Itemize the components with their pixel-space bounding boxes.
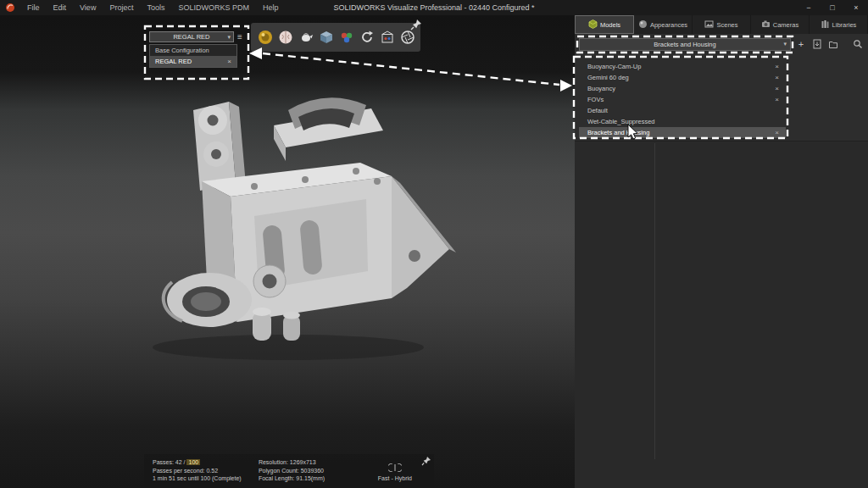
render-info-column: Resolution: 1269x713 Polygon Count: 5039… xyxy=(259,459,364,485)
tab-scenes[interactable]: Scenes xyxy=(693,15,751,34)
maximize-button[interactable]: □ xyxy=(821,0,844,15)
camera-icon xyxy=(761,19,771,30)
appearance-ball-icon[interactable] xyxy=(257,29,274,47)
minimize-button[interactable]: − xyxy=(797,0,821,15)
model-set-dropdown[interactable]: Brackets and Housing ▾ xyxy=(579,38,791,51)
menubar: File Edit View Project Tools SOLIDWORKS … xyxy=(20,0,285,15)
package-icon[interactable] xyxy=(379,29,396,47)
refresh-icon[interactable] xyxy=(359,29,376,47)
resolution-value: Resolution: 1269x713 xyxy=(259,459,364,465)
chevron-down-icon: ▾ xyxy=(227,34,231,41)
render-mode-label: Fast - Hybrid xyxy=(378,475,412,481)
list-item[interactable]: Gemini 60 deg × xyxy=(579,72,786,83)
folder-icon[interactable] xyxy=(827,38,839,50)
polygon-count: Polygon Count: 5039360 xyxy=(259,468,364,474)
list-item[interactable]: FOVs × xyxy=(579,94,786,105)
pin-icon[interactable] xyxy=(410,19,422,34)
menu-help[interactable]: Help xyxy=(256,0,286,15)
list-item[interactable]: Buoyancy-Cam-Up × xyxy=(579,61,786,72)
models-cube-icon xyxy=(588,19,598,30)
tab-libraries[interactable]: Libraries xyxy=(810,15,868,34)
color-palette-icon[interactable] xyxy=(338,29,355,47)
list-item[interactable]: Buoyancy × xyxy=(579,83,786,94)
close-icon[interactable]: × xyxy=(775,96,779,103)
search-icon[interactable] xyxy=(852,38,864,50)
render-progress-column: Passes: 42 / 100 Passes per second: 0.52… xyxy=(153,459,259,485)
configuration-dropdown[interactable]: REGAL RED ▾ xyxy=(149,31,234,42)
model-set-list: Buoyancy-Cam-Up × Gemini 60 deg × Buoyan… xyxy=(579,61,786,138)
tab-label: Cameras xyxy=(773,21,798,29)
scene-icon xyxy=(704,19,714,30)
menu-project[interactable]: Project xyxy=(103,0,140,15)
option-label: REGAL RED xyxy=(155,58,192,65)
chevron-down-icon: ▾ xyxy=(783,41,787,47)
pin-icon[interactable] xyxy=(421,456,431,467)
passes-value: Passes: 42 / 100 xyxy=(153,459,259,465)
tree-column-divider[interactable] xyxy=(654,143,655,459)
window-title: SOLIDWORKS Visualize Professional - 0244… xyxy=(334,3,535,12)
list-item-label: Wet-Cable_Suppressed xyxy=(587,118,655,125)
render-mode-icon xyxy=(388,463,402,473)
menu-view[interactable]: View xyxy=(73,0,103,15)
focal-length: Focal Length: 91.15(mm) xyxy=(259,475,364,481)
panel-tab-bar: Models Appearances Scenes Cameras xyxy=(575,15,868,34)
tab-models[interactable]: Models xyxy=(575,15,634,34)
bracket-model xyxy=(0,15,575,488)
add-model-set-icon[interactable]: + xyxy=(795,38,807,50)
tab-label: Scenes xyxy=(716,21,737,29)
passes-per-second: Passes per second: 0.52 xyxy=(153,468,259,474)
configuration-option-regal-red[interactable]: REGAL RED × xyxy=(150,56,236,67)
configuration-option-base[interactable]: Base Configuration xyxy=(150,45,236,56)
list-item-label: Brackets and Housing xyxy=(587,129,649,136)
menu-icon[interactable]: ≡ xyxy=(237,33,242,42)
viewport-3d[interactable]: REGAL RED ▾ ≡ Base Configuration REGAL R… xyxy=(0,15,575,488)
tab-appearances[interactable]: Appearances xyxy=(634,15,693,34)
option-label: Base Configuration xyxy=(155,47,209,54)
list-item-label: Buoyancy xyxy=(587,85,615,92)
model-set-value: Brackets and Housing xyxy=(654,41,715,48)
books-icon xyxy=(821,19,830,30)
list-item-label: Buoyancy-Cam-Up xyxy=(587,63,641,70)
app-logo-icon xyxy=(5,3,15,13)
configuration-popup: REGAL RED ▾ ≡ Base Configuration REGAL R… xyxy=(149,31,246,68)
close-button[interactable]: × xyxy=(844,0,868,15)
passes-total: 100 xyxy=(186,459,200,465)
tab-label: Appearances xyxy=(650,21,687,29)
sphere-icon xyxy=(638,19,648,30)
model-cube-icon[interactable] xyxy=(318,29,335,47)
tab-cameras[interactable]: Cameras xyxy=(751,15,810,34)
list-item-label: Gemini 60 deg xyxy=(587,74,629,81)
list-item[interactable]: Default xyxy=(579,105,786,116)
render-mode-column: Fast - Hybrid xyxy=(364,459,426,485)
list-item-selected[interactable]: Brackets and Housing × xyxy=(579,127,786,138)
menu-solidworks-pdm[interactable]: SOLIDWORKS PDM xyxy=(171,0,256,15)
menu-edit[interactable]: Edit xyxy=(47,0,74,15)
right-panel: Models Appearances Scenes Cameras xyxy=(575,15,868,488)
model-tree-area[interactable] xyxy=(575,141,868,488)
close-icon[interactable]: × xyxy=(775,85,779,92)
close-icon[interactable]: × xyxy=(227,58,231,65)
menu-file[interactable]: File xyxy=(20,0,47,15)
close-icon[interactable]: × xyxy=(775,63,779,70)
configuration-option-list: Base Configuration REGAL RED × xyxy=(149,44,237,68)
configuration-selected-value: REGAL RED xyxy=(173,33,209,41)
titlebar: File Edit View Project Tools SOLIDWORKS … xyxy=(0,0,868,15)
window-controls: − □ × xyxy=(797,0,868,15)
list-item[interactable]: Wet-Cable_Suppressed xyxy=(579,116,786,127)
close-icon[interactable]: × xyxy=(775,74,779,81)
model-sets-toolbar: Brackets and Housing ▾ + xyxy=(575,34,868,54)
render-status-bar: Passes: 42 / 100 Passes per second: 0.52… xyxy=(144,454,434,488)
ai-brain-icon[interactable] xyxy=(277,29,294,47)
render-teapot-icon[interactable] xyxy=(298,29,314,47)
time-remaining: 1 min 51 sec until 100 (Complete) xyxy=(153,475,259,481)
main-toolbar xyxy=(251,23,420,52)
menu-tools[interactable]: Tools xyxy=(140,0,171,15)
list-item-label: FOVs xyxy=(587,96,604,103)
close-icon[interactable]: × xyxy=(775,129,779,136)
tab-label: Libraries xyxy=(832,21,857,29)
import-icon[interactable] xyxy=(811,38,823,50)
tab-label: Models xyxy=(600,21,620,29)
list-item-label: Default xyxy=(587,107,608,114)
app-window: File Edit View Project Tools SOLIDWORKS … xyxy=(0,0,868,488)
